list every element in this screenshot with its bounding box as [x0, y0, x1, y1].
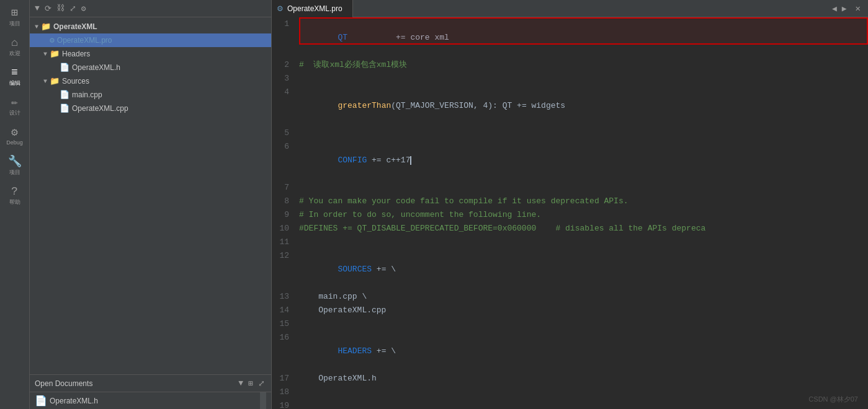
settings-icon[interactable]: ⚙ — [80, 2, 87, 15]
code-line-16: 16 HEADERS += \ — [272, 331, 868, 372]
sidebar-label-she-ji: 设计 — [9, 109, 20, 117]
tab-arrow-left[interactable]: ◀ — [831, 2, 838, 15]
design-icon: ✏ — [11, 97, 18, 108]
token-plain-12: += \ — [372, 265, 396, 274]
tab-operatexml-pro[interactable]: ⚙ OperateXML.pro — [272, 0, 353, 17]
edit-icon: ≡ — [11, 67, 18, 78]
line-code-10: #DEFINES += QT_DISABLE_DEPRECATED_BEFORE… — [297, 222, 705, 235]
sidebar-label-xiang-mu: 项目 — [9, 20, 20, 28]
headers-folder-name: Headers — [62, 50, 90, 58]
tree-item-operatexml-cpp[interactable]: 📄 OperateXML.cpp — [30, 102, 271, 115]
grid-icon: ⊞ — [11, 7, 18, 19]
tree-item-main-cpp[interactable]: 📄 main.cpp — [30, 88, 271, 102]
home-icon: ⌂ — [11, 37, 18, 48]
line-num-7: 7 — [272, 181, 297, 195]
sidebar-item-bian-ji[interactable]: ≡ 编辑 — [0, 62, 30, 92]
sidebar-label-bian-ji: 编辑 — [9, 79, 20, 87]
code-content[interactable]: 1 QT += core xml 2 # 读取xml必须包含xml模块 3 4 … — [272, 17, 868, 409]
code-line-13: 13 main.cpp \ — [272, 290, 868, 304]
file-tree-content: ▼ 📁 OperateXML ⚙ OperateXML.pro ▼ 📁 Head… — [30, 17, 271, 374]
watermark: CSDN @林夕07 — [808, 395, 858, 404]
line-code-4: greaterThan(QT_MAJOR_VERSION, 4): QT += … — [297, 86, 565, 126]
line-num-13: 13 — [272, 290, 297, 304]
tab-close-button[interactable]: ✕ — [851, 3, 866, 14]
open-docs-file-list: 📄 OperateXML.h — [30, 392, 271, 409]
sidebar: ⊞ 项目 ⌂ 欢迎 ≡ 编辑 ✏ 设计 ⚙ Debug 🔧 项目 ? 帮助 — [0, 0, 30, 409]
token-qt-1: QT — [338, 33, 347, 42]
code-line-10: 10 #DEFINES += QT_DISABLE_DEPRECATED_BEF… — [272, 222, 868, 235]
arrow-project: ▼ — [32, 24, 41, 30]
tab-pro-label: OperateXML.pro — [287, 4, 342, 13]
editor-area: ⚙ OperateXML.pro ◀ ▶ ✕ 1 QT += core xml … — [272, 0, 868, 409]
pro-file-icon: ⚙ — [50, 35, 55, 45]
expand-icon[interactable]: ⤢ — [68, 2, 78, 15]
open-docs-icon3[interactable]: ⤢ — [257, 377, 266, 390]
operatexml-cpp-name: OperateXML.cpp — [72, 104, 128, 113]
line-code-14: OperateXML.cpp — [297, 304, 386, 317]
tree-item-h-file[interactable]: 📄 OperateXML.h — [30, 61, 271, 74]
sync-icon[interactable]: ⟳ — [43, 2, 53, 15]
token-sources-12: SOURCES — [338, 265, 372, 274]
line-num-1: 1 — [272, 17, 297, 31]
headers-folder-icon: 📁 — [50, 49, 60, 59]
main-cpp-name: main.cpp — [72, 90, 102, 99]
code-line-14: 14 OperateXML.cpp — [272, 304, 868, 317]
sidebar-label-project: 项目 — [9, 169, 20, 177]
open-doc-filename[interactable]: OperateXML.h — [50, 397, 98, 405]
sidebar-item-she-ji[interactable]: ✏ 设计 — [0, 92, 30, 121]
line-num-14: 14 — [272, 304, 297, 317]
line-num-17: 17 — [272, 372, 297, 385]
open-docs-icon1[interactable]: ▼ — [237, 377, 244, 389]
link-icon[interactable]: ⛓ — [55, 2, 66, 14]
line-code-2: # 读取xml必须包含xml模块 — [297, 58, 407, 72]
token-config-6: CONFIG — [338, 156, 367, 165]
code-line-12: 12 SOURCES += \ — [272, 249, 868, 290]
tree-item-sources-folder[interactable]: ▼ 📁 Sources — [30, 74, 271, 88]
wrench-icon: 🔧 — [8, 156, 22, 167]
sidebar-item-help[interactable]: ? 帮助 — [0, 181, 30, 211]
file-tree-toolbar: ▼ ⟳ ⛓ ⤢ ⚙ — [30, 0, 271, 17]
line-code-9: # In order to do so, uncomment the follo… — [297, 208, 541, 222]
code-line-9: 9 # In order to do so, uncomment the fol… — [272, 208, 868, 222]
open-docs-title: Open Documents — [35, 379, 235, 388]
token-plain-4a: ( — [391, 101, 396, 110]
help-icon: ? — [11, 186, 18, 197]
line-code-8: # You can make your code fail to compile… — [297, 195, 629, 208]
line-num-6: 6 — [272, 140, 297, 154]
sidebar-label-help: 帮助 — [9, 198, 20, 206]
tree-item-headers-folder[interactable]: ▼ 📁 Headers — [30, 47, 271, 61]
tab-pro-icon: ⚙ — [277, 4, 284, 13]
code-line-7: 7 — [272, 181, 868, 195]
open-docs-header: Open Documents ▼ ⊞ ⤢ — [30, 374, 271, 392]
arrow-sources: ▼ — [41, 78, 50, 85]
tab-arrow-right[interactable]: ▶ — [841, 2, 848, 15]
arrow-headers: ▼ — [41, 51, 50, 58]
line-code-12: SOURCES += \ — [297, 249, 396, 290]
code-line-19: 19 FORMS += — [272, 399, 868, 409]
code-line-1: 1 QT += core xml — [272, 17, 868, 58]
code-line-6: 6 CONFIG += c++17 — [272, 140, 868, 181]
line-num-3: 3 — [272, 72, 297, 86]
sidebar-item-huan-ying[interactable]: ⌂ 欢迎 — [0, 32, 30, 62]
token-plain-4b: QT_MAJOR_VERSION — [396, 101, 473, 110]
code-line-5: 5 — [272, 126, 868, 140]
line-num-11: 11 — [272, 235, 297, 249]
line-code-19: FORMS += — [297, 399, 377, 409]
tree-item-project-root[interactable]: ▼ 📁 OperateXML — [30, 20, 271, 33]
code-line-8: 8 # You can make your code fail to compi… — [272, 195, 868, 208]
filter-icon[interactable]: ▼ — [34, 2, 41, 14]
line-num-18: 18 — [272, 385, 297, 399]
code-line-4: 4 greaterThan(QT_MAJOR_VERSION, 4): QT +… — [272, 86, 868, 126]
line-num-12: 12 — [272, 249, 297, 263]
tree-item-pro-file[interactable]: ⚙ OperateXML.pro — [30, 33, 271, 47]
sidebar-item-project[interactable]: 🔧 项目 — [0, 151, 30, 181]
line-code-13: main.cpp \ — [297, 290, 367, 304]
code-line-15: 15 — [272, 317, 868, 331]
sidebar-item-debug[interactable]: ⚙ Debug — [0, 121, 30, 151]
h-file-name: OperateXML.h — [72, 63, 120, 72]
sidebar-item-xiang-mu[interactable]: ⊞ 项目 — [0, 2, 30, 32]
token-plain-1: += core xml — [347, 33, 449, 42]
open-docs-icon2[interactable]: ⊞ — [247, 377, 254, 390]
sidebar-label-huan-ying: 欢迎 — [9, 50, 20, 58]
token-func-4: greaterThan — [338, 101, 391, 110]
